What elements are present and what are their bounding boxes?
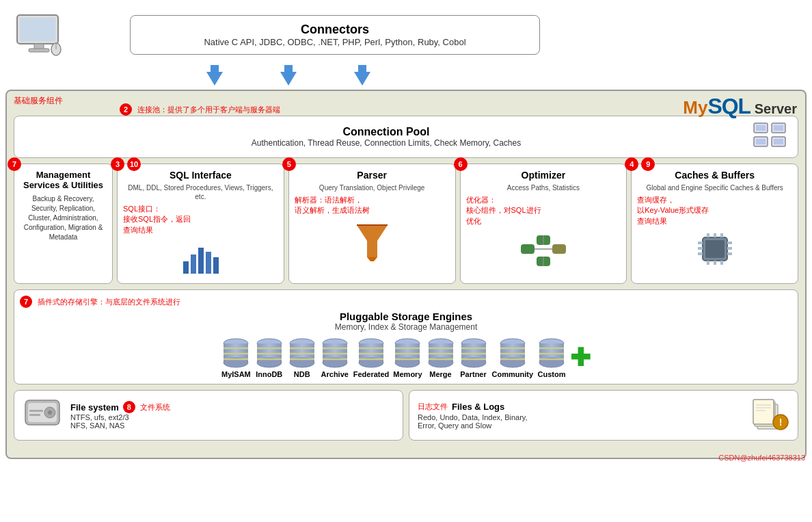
engines-row: MyISAM InnoDB	[20, 337, 792, 378]
num-10: 10	[127, 157, 141, 171]
sql-title: SQL Interface	[123, 170, 278, 181]
svg-rect-19	[198, 248, 204, 274]
optimizer-panel: 6 Optimizer Access Paths, Statistics 优化器…	[460, 164, 627, 284]
engine-label-archive: Archive	[321, 370, 349, 378]
svg-rect-16	[774, 139, 783, 144]
svg-rect-37	[727, 242, 732, 244]
connectors-box: Connectors Native C API, JDBC, ODBC, .NE…	[130, 15, 540, 55]
cp-title: Connection Pool	[25, 126, 747, 138]
svg-rect-17	[183, 261, 189, 274]
caches-annotation: 查询缓存，以Key-Value形式缓存查询结果	[637, 195, 792, 226]
svg-rect-111	[29, 414, 40, 416]
svg-rect-114	[753, 400, 774, 424]
engine-label-memory: Memory	[393, 370, 422, 378]
optimizer-graph-icon	[466, 232, 621, 272]
svg-rect-14	[756, 139, 766, 144]
num-5: 5	[282, 157, 296, 171]
svg-rect-26	[552, 244, 566, 254]
fl-subtitle: Redo, Undo, Data, Index, Binary, Error, …	[418, 413, 745, 430]
db-myisam-icon	[221, 337, 250, 369]
fs-text: File system 8 文件系统 NTFS, ufs, ext2/3 NFS…	[70, 401, 170, 430]
optimizer-annotation: 优化器：核心组件，对SQL进行优化	[466, 195, 621, 226]
storage-engines-box: 7 插件式的存储引擎：与底层的文件系统进行 Pluggable Storage …	[14, 289, 798, 384]
filesystem-box: File system 8 文件系统 NTFS, ufs, ext2/3 NFS…	[14, 390, 403, 441]
svg-rect-1	[20, 18, 55, 41]
middle-row: 7 Management Services & Utilities Backup…	[14, 164, 798, 284]
se-annotation-text: 插件式的存储引擎：与底层的文件系统进行	[38, 297, 180, 307]
se-annotation-row: 7 插件式的存储引擎：与底层的文件系统进行	[20, 296, 792, 308]
svg-rect-3	[29, 49, 49, 52]
num-2: 2	[120, 103, 132, 116]
num-4: 4	[625, 157, 638, 171]
caches-chip-icon	[637, 232, 792, 269]
management-panel: 7 Management Services & Utilities Backup…	[14, 164, 113, 284]
optimizer-sub: Access Paths, Statistics	[466, 183, 621, 192]
engine-myisam: MyISAM	[221, 337, 251, 378]
engine-merge: Merge	[427, 337, 455, 378]
svg-text:!: !	[779, 417, 783, 428]
num-9: 9	[641, 157, 655, 171]
num-7-se: 7	[20, 296, 32, 308]
sql-chart-icon	[123, 241, 278, 278]
mysql-server-logo: MySQL Server	[683, 94, 797, 119]
base-label: 基础服务组件	[14, 95, 63, 107]
files-icon: !	[752, 396, 789, 434]
svg-rect-43	[707, 261, 709, 265]
network-icon	[753, 122, 787, 152]
engine-label-ndb: NDB	[294, 370, 310, 378]
engine-label-merge: Merge	[429, 370, 451, 378]
arrow-down-2	[279, 65, 298, 88]
engine-label-innodb: InnoDB	[256, 370, 282, 378]
parser-panel: 5 Parser Query Translation, Object Privi…	[288, 164, 456, 284]
svg-rect-33	[705, 240, 725, 258]
svg-marker-23	[367, 257, 377, 261]
fileslog-box: 日志文件 Files & Logs Redo, Undo, Data, Inde…	[409, 390, 798, 441]
parser-annotation: 解析器：语法解析，语义解析，生成语法树	[295, 195, 450, 216]
svg-rect-10	[756, 125, 766, 131]
engine-community: Community	[492, 337, 534, 378]
db-innodb-icon	[255, 337, 284, 369]
monitor-svg	[14, 14, 65, 58]
server-box: 基础服务组件 MySQL Server 2 连接池：提供了多个用于客户端与服务器…	[5, 90, 807, 459]
svg-rect-34	[698, 242, 703, 244]
connection-pool-box: Connection Pool Authentication, Thread R…	[14, 116, 798, 158]
sql-annotation: SQL接口：接收SQL指令，返回查询结果	[123, 204, 278, 235]
engine-label-federated: Federated	[353, 370, 390, 378]
engine-partner: Partner	[459, 337, 488, 378]
hdd-svg	[23, 396, 62, 432]
caches-panel: 4 9 Caches & Buffers Global and Engine S…	[631, 164, 798, 284]
engine-memory: Memory	[393, 337, 422, 378]
parser-funnel-icon	[295, 222, 450, 265]
parser-sub: Query Translation, Object Privilege	[295, 183, 450, 192]
db-partner-icon	[459, 337, 488, 369]
num-6: 6	[454, 157, 468, 171]
cp-subtitle: Authentication, Thread Reuse, Connection…	[25, 138, 747, 148]
engine-ndb: NDB	[288, 337, 316, 378]
svg-rect-41	[714, 233, 716, 237]
db-federated-icon	[357, 337, 385, 369]
db-memory-icon	[393, 337, 422, 369]
svg-rect-39	[727, 252, 732, 255]
svg-rect-21	[213, 257, 219, 274]
caches-sub: Global and Engine Specific Caches & Buff…	[637, 183, 792, 192]
se-title: Pluggable Storage Engines	[20, 311, 792, 322]
db-archive-icon	[321, 337, 349, 369]
engine-innodb: InnoDB	[255, 337, 284, 378]
connectors-subtitle: Native C API, JDBC, ODBC, .NET, PHP, Per…	[144, 37, 526, 47]
add-engine-button[interactable]: ✚	[570, 343, 591, 372]
monitor-icon	[14, 14, 68, 61]
svg-rect-36	[698, 252, 703, 255]
svg-rect-12	[774, 125, 783, 131]
svg-rect-44	[714, 261, 716, 265]
svg-marker-6	[206, 65, 223, 86]
fs-annotation-text: 文件系统	[140, 402, 170, 413]
mgmt-sub: Backup & Recovery, Security, Replication…	[20, 194, 107, 242]
connectors-title: Connectors	[144, 23, 526, 37]
svg-marker-7	[280, 65, 297, 86]
sql-interface-panel: 3 10 SQL Interface DML, DDL, Stored Proc…	[117, 164, 284, 284]
svg-rect-18	[191, 255, 196, 274]
engine-label-myisam: MyISAM	[221, 370, 251, 378]
db-community-icon	[498, 337, 527, 369]
svg-rect-25	[521, 244, 534, 254]
db-custom-icon	[537, 337, 566, 369]
